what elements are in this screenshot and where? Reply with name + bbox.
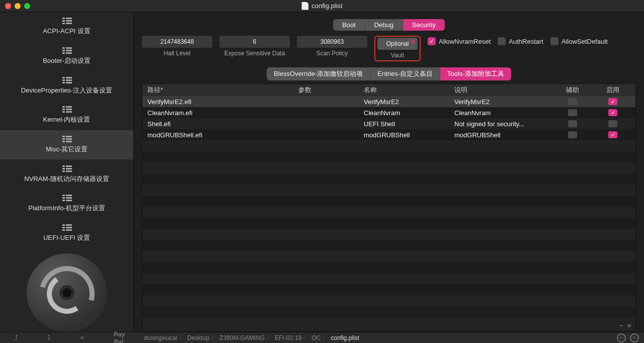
segment-boot[interactable]: Boot xyxy=(333,19,365,31)
scan-policy-input[interactable]: 3080963 xyxy=(297,36,367,48)
cell-path: VerifyMsrE2.efi xyxy=(147,98,298,106)
sidebar-item-label: NVRAM-随机访问存储器设置 xyxy=(24,175,109,184)
paypal-icon[interactable]: PayPal xyxy=(114,330,125,344)
minimize-window-button[interactable] xyxy=(15,3,21,9)
share-icon[interactable]: < xyxy=(80,334,85,341)
field-expose-sensitive: 6 Expose Sensitive Data xyxy=(219,36,290,57)
sidebar-item-booter[interactable]: Booter-启动设置 xyxy=(0,42,133,71)
table-row[interactable]: modGRUBShell.efimodGRUBShellmodGRUBShell xyxy=(142,129,635,140)
enable-checkbox[interactable] xyxy=(608,98,617,105)
checkbox-label: AllowSetDefault xyxy=(561,38,608,45)
breadcrumb-item[interactable]: Desktop xyxy=(187,334,209,341)
menu-icon[interactable]: ≡ xyxy=(630,333,639,342)
tab-tools[interactable]: Tools-添加附加工具 xyxy=(440,67,511,80)
tab-blessoverride[interactable]: BlessOverride-添加微软启动项 xyxy=(267,67,370,80)
security-fields: 2147483648 Halt Level 6 Expose Sensitive… xyxy=(142,36,636,61)
cell-path: CleanNvram.efi xyxy=(147,109,298,117)
undo-icon[interactable]: ↩ xyxy=(617,333,626,342)
content-pane: Boot Debug Security 2147483648 Halt Leve… xyxy=(134,12,644,332)
table-row[interactable]: VerifyMsrE2.efiVerifyMsrE2VerifyMsrE2 xyxy=(142,96,635,107)
list-icon xyxy=(62,77,71,84)
sidebar-item-label: Misc-其它设置 xyxy=(46,145,88,154)
sidebar-item-misc[interactable]: Misc-其它设置 xyxy=(0,130,133,160)
col-aux[interactable]: 辅助 xyxy=(550,85,595,95)
sidebar-item-nvram[interactable]: NVRAM-随机访问存储器设置 xyxy=(0,159,133,189)
chevron-right-icon: 〉 xyxy=(267,333,273,342)
breadcrumb: duxingxiucai〉Desktop〉Z390M-GAMING〉EFI-02… xyxy=(140,333,617,342)
checkbox-allow-set-default[interactable]: AllowSetDefault xyxy=(550,36,608,45)
list-icon xyxy=(62,136,71,143)
breadcrumb-item[interactable]: EFI-02-19 xyxy=(275,334,301,341)
jog-dial[interactable] xyxy=(27,253,107,332)
col-path[interactable]: 路径* xyxy=(147,85,298,95)
cell-path: modGRUBShell.efi xyxy=(147,131,298,139)
segment-debug[interactable]: Debug xyxy=(365,19,403,31)
expose-sensitive-label: Expose Sensitive Data xyxy=(224,50,285,57)
segment-security[interactable]: Security xyxy=(403,19,445,31)
window-title-text: config.plist xyxy=(311,2,342,10)
sidebar-item-deviceproperties[interactable]: DeviceProperties-注入设备设置 xyxy=(0,71,133,101)
traffic-lights xyxy=(0,3,30,9)
enable-checkbox[interactable] xyxy=(608,131,617,138)
aux-checkbox[interactable] xyxy=(568,98,577,105)
vault-value: Optional xyxy=(386,40,409,47)
vault-select[interactable]: Optional xyxy=(377,38,418,50)
expose-sensitive-input[interactable]: 6 xyxy=(219,36,290,48)
aux-checkbox[interactable] xyxy=(568,131,577,138)
list-icon xyxy=(62,165,71,173)
list-icon xyxy=(62,47,71,54)
tools-table: 路径* 参数 名称 说明 辅助 启用 VerifyMsrE2.efiVerify… xyxy=(142,83,636,332)
breadcrumb-item[interactable]: OC xyxy=(311,334,320,341)
col-name[interactable]: 名称 xyxy=(364,85,454,95)
vault-label: Vault xyxy=(391,52,404,59)
close-window-button[interactable] xyxy=(5,3,11,9)
stepper-icon xyxy=(411,39,416,44)
export-icon[interactable]: ⤵ xyxy=(47,334,51,341)
cell-path: Shell.efi xyxy=(147,120,298,128)
table-row[interactable]: Shell.efiUEFI ShellNot signed for securi… xyxy=(142,118,635,129)
checkbox-icon xyxy=(428,37,436,45)
list-icon xyxy=(62,106,71,113)
checkbox-icon xyxy=(498,37,506,45)
halt-level-input[interactable]: 2147483648 xyxy=(142,36,212,48)
enable-checkbox[interactable] xyxy=(608,120,617,127)
cell-name: VerifyMsrE2 xyxy=(364,98,454,106)
col-desc[interactable]: 说明 xyxy=(454,85,550,95)
sidebar-item-acpi[interactable]: ACPI-ACPI 设置 xyxy=(0,12,133,42)
sidebar-item-label: Kernel-内核设置 xyxy=(43,115,91,124)
table-row[interactable]: CleanNvram.efiCleanNvramCleanNvram xyxy=(142,107,635,118)
sub-tabs: BlessOverride-添加微软启动项 Entries-自定义条目 Tool… xyxy=(267,67,511,80)
sidebar-item-label: UEFI-UEFI 设置 xyxy=(43,233,90,242)
cell-name: UEFI Shell xyxy=(364,120,454,128)
sidebar-item-label: PlatformInfo-机型平台设置 xyxy=(28,204,105,213)
sidebar-item-platforminfo[interactable]: PlatformInfo-机型平台设置 xyxy=(0,189,133,219)
checkbox-auth-restart[interactable]: AuthRestart xyxy=(498,36,543,45)
aux-checkbox[interactable] xyxy=(568,120,577,127)
cell-name: CleanNvram xyxy=(364,109,454,117)
halt-level-label: Halt Level xyxy=(164,50,190,57)
sidebar-item-uefi[interactable]: UEFI-UEFI 设置 xyxy=(0,219,133,248)
breadcrumb-item[interactable]: Z390M-GAMING xyxy=(219,334,265,341)
col-enable[interactable]: 启用 xyxy=(595,85,630,95)
chevron-right-icon: 〉 xyxy=(179,333,185,342)
scan-policy-label: Scan Policy xyxy=(316,50,348,57)
checkbox-allow-nvram-reset[interactable]: AllowNvramReset xyxy=(428,36,491,45)
cell-desc: VerifyMsrE2 xyxy=(454,98,550,106)
aux-checkbox[interactable] xyxy=(568,109,577,116)
sidebar-item-kernel[interactable]: Kernel-内核设置 xyxy=(0,101,133,130)
breadcrumb-item[interactable]: config.plist xyxy=(331,334,359,341)
enable-checkbox[interactable] xyxy=(608,109,617,116)
list-icon xyxy=(62,195,71,202)
zoom-window-button[interactable] xyxy=(24,3,30,9)
tab-entries[interactable]: Entries-自定义条目 xyxy=(370,67,440,80)
remove-row-button[interactable]: − xyxy=(619,321,623,330)
breadcrumb-item[interactable]: duxingxiucai xyxy=(144,334,177,341)
list-icon xyxy=(62,18,71,25)
add-row-button[interactable]: + xyxy=(627,321,631,330)
window-titlebar: config.plist xyxy=(0,0,644,12)
cell-desc: modGRUBShell xyxy=(454,131,550,139)
col-args[interactable]: 参数 xyxy=(298,85,364,95)
bottom-toolbar: ⤴ ⤵ < PayPal duxingxiucai〉Desktop〉Z390M-… xyxy=(0,332,644,343)
table-body: VerifyMsrE2.efiVerifyMsrE2VerifyMsrE2Cle… xyxy=(142,96,635,320)
import-icon[interactable]: ⤴ xyxy=(15,334,18,341)
